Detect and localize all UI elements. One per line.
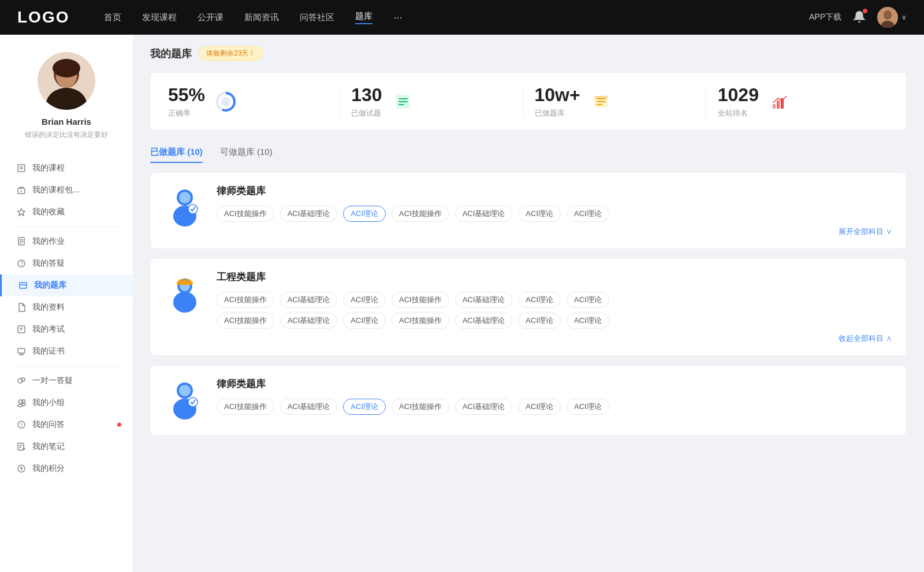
tag[interactable]: ACI技能操作 — [392, 206, 449, 222]
nav-more[interactable]: ··· — [393, 12, 402, 24]
nav-news[interactable]: 新闻资讯 — [244, 12, 279, 23]
tag[interactable]: ACI基础理论 — [455, 292, 513, 308]
tag[interactable]: ACI基础理论 — [280, 292, 338, 308]
tab-done[interactable]: 已做题库 (10) — [150, 142, 203, 162]
sidebar-item-group[interactable]: 我的小组 — [0, 392, 133, 414]
tag[interactable]: ACI理论 — [567, 313, 609, 329]
sidebar-item-course[interactable]: 我的课程 — [0, 157, 133, 179]
stat-banks-value: 10w+ — [535, 84, 580, 106]
bank-icon — [18, 280, 28, 291]
sidebar-item-qa-label: 我的答疑 — [32, 258, 65, 269]
tag[interactable]: ACI理论 — [567, 292, 609, 308]
svg-point-33 — [23, 400, 25, 403]
nav-qa[interactable]: 问答社区 — [300, 12, 334, 23]
rank-icon — [768, 90, 791, 113]
profile-avatar — [38, 52, 95, 110]
sidebar-item-homework[interactable]: 我的作业 — [0, 231, 133, 252]
bank-card-header-3: 律师类题库 ACI技能操作 ACI基础理论 ACI理论 ACI技能操作 ACI基… — [165, 377, 892, 424]
stat-questions: 130 已做试题 — [340, 84, 523, 118]
note-icon — [16, 441, 27, 452]
cert-icon — [16, 346, 27, 356]
question-icon: ? — [16, 258, 27, 269]
tag-selected[interactable]: ACI理论 — [343, 399, 386, 415]
sidebar-menu: 我的课程 我的课程包... 我的收藏 — [0, 157, 133, 480]
sidebar-item-qa[interactable]: ? 我的答疑 — [0, 252, 133, 274]
tag[interactable]: ACI基础理论 — [280, 313, 338, 329]
sidebar-item-exam[interactable]: 我的考试 — [0, 318, 133, 340]
svg-point-7 — [53, 59, 80, 77]
svg-rect-20 — [20, 283, 27, 288]
tag[interactable]: ACI理论 — [567, 399, 609, 415]
tag[interactable]: ACI基础理论 — [455, 313, 513, 329]
tag[interactable]: ACI基础理论 — [280, 399, 338, 415]
expand-link[interactable]: 展开全部科目 ∨ — [217, 226, 892, 237]
user-avatar-menu[interactable]: ∨ — [877, 7, 907, 28]
tag-selected[interactable]: ACI理论 — [343, 206, 386, 222]
nav-bank[interactable]: 题库 — [355, 11, 372, 24]
tag[interactable]: ACI理论 — [518, 313, 561, 329]
tag[interactable]: ACI技能操作 — [392, 399, 449, 415]
stat-rank: 1029 全站排名 — [706, 84, 889, 118]
bank-content-3: 律师类题库 ACI技能操作 ACI基础理论 ACI理论 ACI技能操作 ACI基… — [217, 377, 892, 419]
engineer-icon — [165, 270, 205, 317]
chat-icon — [16, 376, 27, 386]
tabs: 已做题库 (10) 可做题库 (10) — [150, 142, 907, 163]
tag[interactable]: ACI基础理论 — [455, 399, 513, 415]
sidebar-item-my-qa[interactable]: ? 我的问答 — [0, 414, 133, 436]
homework-icon — [16, 236, 27, 247]
sidebar-item-notes[interactable]: 我的笔记 — [0, 436, 133, 458]
tab-todo[interactable]: 可做题库 (10) — [220, 142, 273, 162]
sidebar-item-bank[interactable]: 我的题库 — [0, 274, 133, 296]
tag[interactable]: ACI基础理论 — [455, 206, 513, 222]
sidebar-item-bank-label: 我的题库 — [34, 280, 66, 291]
tag[interactable]: ACI基础理论 — [280, 206, 338, 222]
page-header: 我的题库 体验剩余23天！ — [150, 46, 907, 61]
bank-card-lawyer-1: 律师类题库 ACI技能操作 ACI基础理论 ACI理论 ACI技能操作 ACI基… — [150, 172, 907, 249]
svg-rect-54 — [777, 101, 780, 109]
chevron-down-icon: ∨ — [901, 13, 907, 21]
points-icon — [16, 463, 27, 474]
stat-rank-label: 全站排名 — [718, 108, 759, 118]
sidebar-item-points[interactable]: 我的积分 — [0, 458, 133, 480]
tag[interactable]: ACI技能操作 — [217, 206, 274, 222]
nav-home[interactable]: 首页 — [104, 12, 121, 23]
bank-card-header: 律师类题库 ACI技能操作 ACI基础理论 ACI理论 ACI技能操作 ACI基… — [165, 184, 892, 237]
nav-open-course[interactable]: 公开课 — [198, 12, 223, 23]
sidebar-item-homework-label: 我的作业 — [32, 236, 65, 247]
sidebar-item-favorites[interactable]: 我的收藏 — [0, 201, 133, 223]
sidebar-item-info[interactable]: 我的资料 — [0, 296, 133, 318]
bank-content-2: 工程类题库 ACI技能操作 ACI基础理论 ACI理论 ACI技能操作 ACI基… — [217, 270, 892, 344]
star-icon — [16, 207, 27, 217]
collapse-link[interactable]: 收起全部科目 ∧ — [217, 333, 892, 344]
tag[interactable]: ACI理论 — [518, 399, 561, 415]
sidebar-item-cert-label: 我的证书 — [32, 346, 65, 356]
notification-bell[interactable] — [853, 10, 866, 25]
bank-title: 律师类题库 — [217, 184, 892, 198]
bank-card-lawyer-2: 律师类题库 ACI技能操作 ACI基础理论 ACI理论 ACI技能操作 ACI基… — [150, 365, 907, 436]
tag[interactable]: ACI技能操作 — [217, 292, 274, 308]
svg-rect-22 — [18, 326, 25, 333]
sidebar-item-info-label: 我的资料 — [32, 302, 65, 313]
stat-accuracy-label: 正确率 — [168, 108, 205, 118]
tag[interactable]: ACI理论 — [567, 206, 609, 222]
tag[interactable]: ACI技能操作 — [217, 399, 274, 415]
sidebar-item-cert[interactable]: 我的证书 — [0, 340, 133, 362]
tag[interactable]: ACI技能操作 — [392, 292, 449, 308]
sidebar-item-1on1[interactable]: 一对一答疑 — [0, 370, 133, 392]
tag[interactable]: ACI技能操作 — [392, 313, 449, 329]
tag[interactable]: ACI理论 — [518, 206, 561, 222]
svg-rect-53 — [773, 104, 776, 109]
svg-text:?: ? — [20, 422, 23, 428]
tag[interactable]: ACI技能操作 — [217, 313, 274, 329]
tag[interactable]: ACI理论 — [343, 292, 386, 308]
tag[interactable]: ACI理论 — [518, 292, 561, 308]
sidebar-item-package[interactable]: 我的课程包... — [0, 179, 133, 201]
tag[interactable]: ACI理论 — [343, 313, 386, 329]
nav-discover[interactable]: 发现课程 — [142, 12, 177, 23]
app-download[interactable]: APP下载 — [809, 12, 841, 23]
svg-rect-47 — [398, 104, 404, 105]
svg-point-64 — [173, 292, 196, 313]
tags-row-3: ACI技能操作 ACI基础理论 ACI理论 ACI技能操作 ACI基础理论 AC… — [217, 399, 892, 415]
stat-accuracy: 55% 正确率 — [168, 84, 340, 118]
bank-title-2: 工程类题库 — [217, 270, 892, 284]
